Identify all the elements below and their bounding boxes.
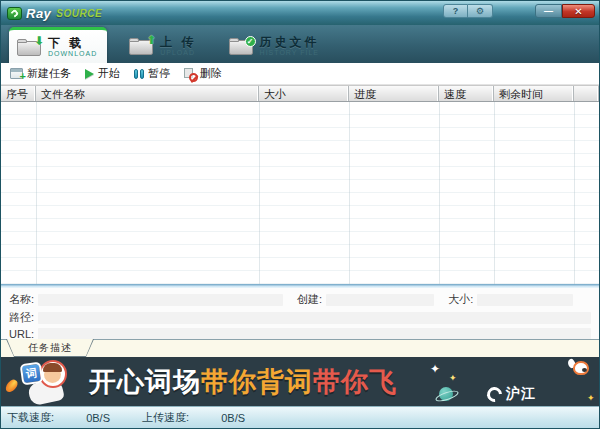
tab-download-sublabel: DOWNLOAD — [48, 50, 97, 58]
hujiang-logo-icon — [484, 383, 505, 404]
size-value-field — [477, 294, 573, 306]
settings-button[interactable]: ⚙ — [468, 4, 493, 18]
close-button[interactable]: ✕ — [562, 4, 595, 18]
column-header-index[interactable]: 序号 — [1, 86, 36, 101]
hujiang-brand-name: 沪江 — [506, 385, 536, 403]
column-header-remaining[interactable]: 剩余时间 — [494, 86, 574, 101]
new-task-button[interactable]: + 新建任务 — [5, 64, 80, 84]
download-speed-value: 0B/S — [54, 412, 142, 424]
column-divider — [494, 102, 495, 284]
star-icon: ✦ — [449, 373, 457, 383]
new-task-label: 新建任务 — [27, 66, 71, 81]
minimize-button[interactable]: — — [535, 4, 562, 18]
raysource-window: Ray SOURCE ? ⚙ — ✕ ⬇ 下 载 DOWNLOAD ⬆ — [0, 0, 600, 429]
name-label: 名称: — [9, 292, 34, 307]
start-button[interactable]: 开始 — [80, 64, 129, 84]
delete-button[interactable]: 删除 — [179, 64, 231, 84]
column-divider — [439, 102, 440, 284]
column-header-progress[interactable]: 进度 — [349, 86, 439, 101]
app-logo: Ray SOURCE — [7, 6, 102, 21]
upload-folder-icon: ⬆ — [129, 38, 153, 55]
upload-speed-value: 0B/S — [189, 412, 277, 424]
brand-source: SOURCE — [56, 8, 102, 19]
raysource-logo-icon — [7, 7, 22, 20]
ad-slogan-part3: 带你飞 — [313, 367, 397, 397]
tab-history[interactable]: ✓ 历史文件 HISTORY FILE — [221, 29, 330, 63]
ad-slogan-part2: 带你背词 — [201, 367, 313, 397]
history-folder-icon: ✓ — [229, 38, 253, 55]
tab-upload-label: 上 传 — [160, 36, 196, 49]
pause-icon — [134, 69, 144, 79]
ad-slogan: 开心词场带你背词带你飞 — [89, 364, 397, 400]
column-header-speed[interactable]: 速度 — [439, 86, 494, 101]
path-value-field — [38, 312, 591, 324]
column-divider — [259, 102, 260, 284]
start-play-icon — [85, 69, 94, 79]
column-divider — [574, 102, 575, 284]
cichang-app-tile: 词 — [20, 362, 44, 386]
created-label: 创建: — [297, 292, 322, 307]
title-bar[interactable]: Ray SOURCE ? ⚙ — ✕ — [1, 1, 599, 25]
tab-task-description[interactable]: 任务描述 — [6, 339, 94, 357]
tab-upload-sublabel: UPLOAD — [160, 49, 196, 57]
column-divider — [36, 102, 37, 284]
tab-history-sublabel: HISTORY FILE — [260, 49, 320, 57]
planet-icon — [439, 387, 453, 401]
upload-speed-label: 上传速度: — [142, 410, 189, 425]
help-button[interactable]: ? — [443, 4, 468, 18]
dog-astronaut-illustration — [563, 359, 589, 379]
ad-banner[interactable]: 词 开心词场带你背词带你飞 ✦ ✦ ✦ 沪江 — [1, 357, 599, 406]
ad-slogan-part1: 开心词场 — [89, 367, 201, 397]
tab-history-label: 历史文件 — [260, 36, 320, 49]
path-label: 路径: — [9, 310, 34, 325]
star-icon: ✦ — [430, 362, 440, 376]
delete-label: 删除 — [200, 66, 222, 81]
size-label: 大小: — [448, 292, 473, 307]
astronaut-illustration: 词 — [23, 359, 75, 405]
rocket-flame-icon — [4, 378, 20, 395]
pause-button[interactable]: 暂停 — [129, 64, 179, 84]
column-header-filename[interactable]: 文件名称 — [36, 86, 259, 101]
bottom-tab-strip: 任务描述 — [1, 339, 599, 357]
status-bar: 下载速度: 0B/S 上传速度: 0B/S — [1, 406, 599, 428]
tab-download-label: 下 载 — [48, 37, 97, 50]
pause-label: 暂停 — [148, 66, 170, 81]
task-table-header: 序号 文件名称 大小 进度 速度 剩余时间 — [1, 85, 599, 102]
window-controls: ? ⚙ — ✕ — [443, 4, 595, 18]
brand-ray: Ray — [26, 6, 51, 21]
created-value-field — [326, 294, 434, 306]
column-divider — [349, 102, 350, 284]
tab-download[interactable]: ⬇ 下 载 DOWNLOAD — [9, 27, 107, 63]
hujiang-brand: 沪江 — [487, 385, 536, 403]
tab-task-description-label: 任务描述 — [7, 339, 93, 356]
task-details-panel: 名称: 创建: 大小: 路径: URL: — [1, 288, 599, 339]
start-label: 开始 — [98, 66, 120, 81]
wrench-icon: ⚙ — [476, 6, 484, 16]
tab-upload[interactable]: ⬆ 上 传 UPLOAD — [121, 29, 206, 63]
download-speed-label: 下载速度: — [7, 410, 54, 425]
star-icon: ✦ — [587, 393, 595, 403]
download-folder-icon: ⬇ — [17, 39, 41, 56]
main-tab-bar: ⬇ 下 载 DOWNLOAD ⬆ 上 传 UPLOAD ✓ 历史文件 HISTO… — [1, 25, 599, 63]
column-header-size[interactable]: 大小 — [259, 86, 349, 101]
toolbar: + 新建任务 开始 暂停 删除 — [1, 63, 599, 85]
new-task-icon: + — [10, 68, 23, 79]
column-header-filler — [574, 86, 599, 101]
delete-icon — [184, 68, 196, 80]
name-value-field — [38, 294, 283, 306]
task-list-empty-area[interactable] — [1, 102, 599, 284]
